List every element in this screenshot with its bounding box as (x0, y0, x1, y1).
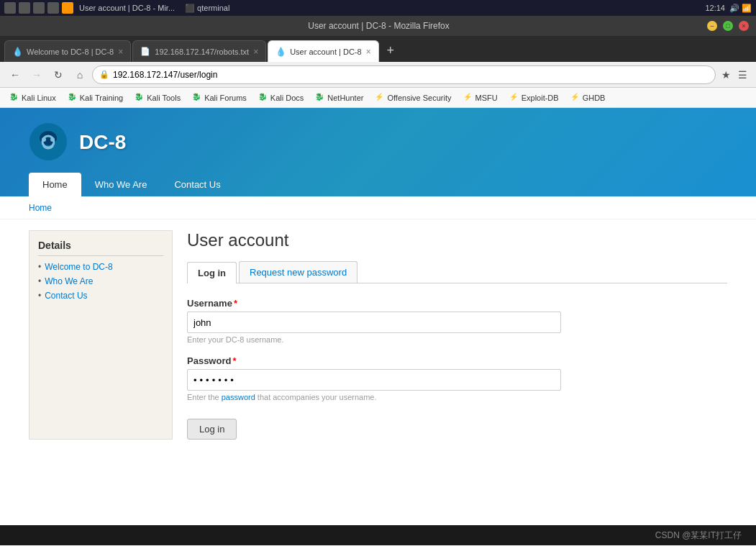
breadcrumb-bar: Home (0, 196, 756, 219)
bookmark-kali-linux[interactable]: 🐉 Kali Linux (4, 91, 61, 104)
bookmark-label: Exploit-DB (522, 94, 559, 102)
os-taskbar: User account | DC-8 - Mir... ⬛ qterminal… (0, 0, 756, 16)
site-header: DC-8 Home Who We Are Contact Us (0, 108, 756, 196)
required-indicator: * (234, 298, 237, 309)
bookmark-kali-forums[interactable]: 🐉 Kali Forums (187, 91, 252, 104)
password-label: Password* (187, 355, 727, 366)
new-tab-button[interactable]: + (381, 40, 401, 60)
bookmark-label: Offensive Security (387, 94, 451, 102)
nethunter-icon: 🐉 (315, 93, 325, 103)
bookmark-label: Kali Linux (22, 94, 56, 102)
password-hint-link[interactable]: password (222, 393, 255, 401)
password-input[interactable] (187, 369, 561, 391)
reload-button[interactable]: ↻ (49, 65, 68, 84)
tab-close-button[interactable]: × (366, 47, 371, 57)
tab-label: 192.168.172.147/robots.txt (155, 47, 249, 56)
nav-item-contact-us[interactable]: Contact Us (160, 173, 234, 196)
ghdb-icon: ⚡ (570, 93, 580, 103)
tab-label: User account | DC-8 (290, 47, 361, 56)
bullet-icon: • (38, 276, 41, 286)
bookmark-kali-docs[interactable]: 🐉 Kali Docs (253, 91, 309, 104)
bullet-icon: • (38, 262, 41, 272)
offensive-security-icon: ⚡ (375, 93, 385, 103)
kali-forums-icon: 🐉 (192, 93, 202, 103)
taskbar-window-title: User account | DC-8 - Mir... (79, 4, 175, 12)
sidebar: Details • Welcome to DC-8 • Who We Are •… (29, 230, 173, 440)
tab-welcome-dc8[interactable]: 💧 Welcome to DC-8 | DC-8 × (4, 40, 131, 62)
browser-navbar: ← → ↻ ⌂ 🔒 ★ ☰ (0, 62, 756, 88)
tab-user-account[interactable]: 💧 User account | DC-8 × (268, 40, 378, 62)
site-logo-area: DC-8 (29, 122, 727, 162)
username-input[interactable] (187, 312, 561, 333)
bookmark-offensive-security[interactable]: ⚡ Offensive Security (370, 91, 456, 104)
kali-linux-icon: 🐉 (9, 93, 19, 103)
content-tabs: Log in Request new password (187, 261, 727, 283)
bookmarks-bar: 🐉 Kali Linux 🐉 Kali Training 🐉 Kali Tool… (0, 88, 756, 108)
taskbar-app-icon[interactable] (33, 2, 45, 14)
maximize-button[interactable]: □ (723, 21, 733, 31)
tab-log-in[interactable]: Log in (187, 262, 237, 283)
back-button[interactable]: ← (6, 65, 24, 84)
sidebar-item-contact-us: • Contact Us (38, 291, 163, 301)
username-label: Username* (187, 298, 727, 309)
page-footer: CSDN @某某IT打工仔 (0, 525, 756, 545)
taskbar-sys-icons: 🔊 📶 (729, 4, 752, 13)
tab-robots-txt[interactable]: 📄 192.168.172.147/robots.txt × (132, 40, 266, 62)
website-container: DC-8 Home Who We Are Contact Us Home Det… (0, 108, 756, 525)
bookmark-label: GHDB (583, 94, 606, 102)
taskbar-app-icon[interactable] (47, 2, 59, 14)
forward-button[interactable]: → (27, 65, 46, 84)
browser-tabs-bar: 💧 Welcome to DC-8 | DC-8 × 📄 192.168.172… (0, 36, 756, 62)
sidebar-item-who-we-are: • Who We Are (38, 276, 163, 286)
login-submit-button[interactable]: Log in (187, 419, 237, 440)
kali-docs-icon: 🐉 (258, 93, 268, 103)
url-bar-container: 🔒 (92, 65, 716, 84)
bookmark-msfu[interactable]: ⚡ MSFU (458, 91, 503, 104)
bookmark-ghdb[interactable]: ⚡ GHDB (565, 91, 611, 104)
tab-request-password[interactable]: Request new password (239, 261, 357, 283)
tab-favicon: 💧 (12, 47, 22, 57)
bookmark-kali-tools[interactable]: 🐉 Kali Tools (129, 91, 186, 104)
bookmark-kali-training[interactable]: 🐉 Kali Training (63, 91, 129, 104)
bullet-icon: • (38, 291, 41, 301)
taskbar-app-icon[interactable] (19, 2, 30, 14)
minimize-button[interactable]: – (707, 21, 717, 31)
breadcrumb-home[interactable]: Home (29, 203, 52, 213)
url-input[interactable] (92, 65, 716, 84)
taskbar-firefox-icon[interactable] (62, 2, 73, 14)
taskbar-terminal[interactable]: ⬛ qterminal (185, 4, 229, 13)
nav-item-home[interactable]: Home (29, 173, 81, 196)
sidebar-link-contact-us[interactable]: Contact Us (45, 291, 87, 301)
bookmark-label: Kali Forums (204, 94, 247, 102)
msfu-icon: ⚡ (463, 93, 473, 103)
browser-window-controls[interactable]: – □ × (707, 21, 749, 31)
password-hint-prefix: Enter the (187, 393, 222, 401)
bookmark-exploit-db[interactable]: ⚡ Exploit-DB (504, 91, 564, 104)
tab-favicon: 💧 (275, 47, 286, 57)
bookmark-label: Kali Docs (270, 94, 304, 102)
navbar-right-icons: ★ ☰ (719, 68, 750, 82)
bookmark-label: Kali Training (80, 94, 124, 102)
password-group: Password* Enter the password that accomp… (187, 355, 727, 401)
taskbar-right: 12:14 🔊 📶 (705, 4, 752, 13)
site-nav: Home Who We Are Contact Us (29, 173, 727, 196)
browser-title: User account | DC-8 - Mozilla Firefox (50, 21, 707, 31)
kali-training-icon: 🐉 (68, 93, 78, 103)
taskbar-app-icon[interactable] (4, 2, 16, 14)
security-icon: 🔒 (99, 70, 109, 79)
sidebar-link-welcome[interactable]: Welcome to DC-8 (45, 262, 112, 272)
home-button[interactable]: ⌂ (70, 65, 89, 84)
close-button[interactable]: × (739, 21, 749, 31)
svg-point-4 (50, 137, 55, 142)
password-hint-suffix: that accompanies your username. (255, 393, 377, 401)
sidebar-link-who-we-are[interactable]: Who We Are (45, 276, 93, 286)
more-button[interactable]: ☰ (735, 68, 750, 82)
site-name: DC-8 (79, 131, 126, 154)
tab-close-button[interactable]: × (118, 47, 123, 57)
tab-close-button[interactable]: × (253, 47, 258, 57)
username-group: Username* Enter your DC-8 username. (187, 298, 727, 344)
nav-item-who-we-are[interactable]: Who We Are (81, 173, 161, 196)
bookmark-nethunter[interactable]: 🐉 NetHunter (310, 91, 368, 104)
username-hint: Enter your DC-8 username. (187, 335, 727, 344)
bookmarks-button[interactable]: ★ (719, 68, 734, 82)
